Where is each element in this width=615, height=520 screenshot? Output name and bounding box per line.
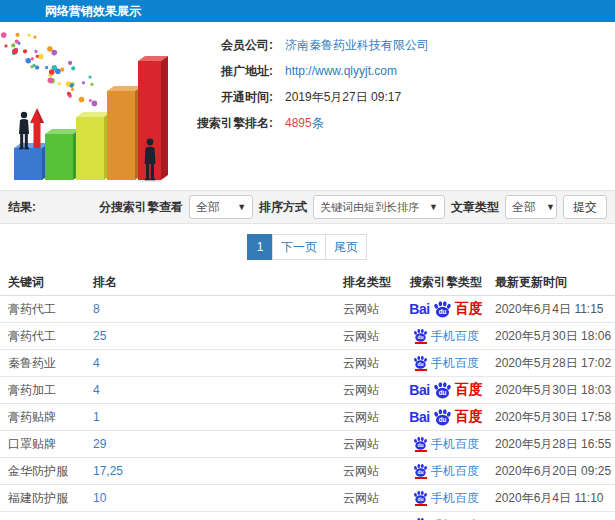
rank-link[interactable]: 8 xyxy=(93,302,100,316)
engine-filter-label: 分搜索引擎查看 xyxy=(99,199,183,216)
rank-unit: 条 xyxy=(312,116,324,130)
confetti-dots xyxy=(0,30,97,106)
table-row: 口罩贴牌 29 云网站 du手机百度 2020年5月28日 16:55 xyxy=(0,431,615,458)
rank-link[interactable]: 10 xyxy=(93,491,106,505)
keyword-cell: 口罩贴牌 xyxy=(0,436,85,453)
rank-type-cell: 云网站 xyxy=(335,463,405,480)
open-time-row: 开通时间: 2019年5月27日 09:17 xyxy=(178,90,615,104)
engine-cell: du手机百度 xyxy=(405,328,487,345)
svg-text:du: du xyxy=(438,308,446,315)
mobile-baidu-icon: du xyxy=(413,436,428,451)
engine-filter-select[interactable]: 全部 ▼ xyxy=(189,195,253,219)
header-rank: 排名 xyxy=(85,274,335,291)
company-info: 会员公司: 济南秦鲁药业科技有限公司 推广地址: http://www.qlyy… xyxy=(178,30,615,182)
table-row: 金华防护服 17,25 云网站 du手机百度 2020年6月20日 09:25 xyxy=(0,458,615,485)
baidu-red-underline xyxy=(415,342,427,344)
baidu-paw-icon: du xyxy=(433,381,452,399)
table-body: 膏药代工 8 云网站 Baidu百度 2020年6月4日 11:15 膏药代工 … xyxy=(0,296,615,520)
pagination: 1 下一页 尾页 xyxy=(0,224,615,270)
time-cell: 2020年5月28日 16:55 xyxy=(487,436,615,453)
svg-text:du: du xyxy=(417,470,423,476)
table-row: 秦鲁药业 4 云网站 du手机百度 2020年5月28日 17:02 xyxy=(0,350,615,377)
promo-url-row: 推广地址: http://www.qlyyjt.com xyxy=(178,64,615,78)
rank-link[interactable]: 4 xyxy=(93,383,100,397)
svg-text:du: du xyxy=(438,389,446,396)
baidu-logo-text: 百度 xyxy=(455,300,483,318)
sort-value: 关键词由短到长排序 xyxy=(320,200,419,215)
header-update-time: 最新更新时间 xyxy=(487,274,615,291)
baidu-paw-icon: du xyxy=(413,463,428,477)
rank-type-cell: 云网站 xyxy=(335,436,405,453)
page-1-button[interactable]: 1 xyxy=(247,234,273,260)
keyword-cell: 金华防护服 xyxy=(0,463,85,480)
engine-cell: du手机百度 xyxy=(405,490,487,507)
sort-label: 排序方式 xyxy=(259,199,307,216)
member-company-row: 会员公司: 济南秦鲁药业科技有限公司 xyxy=(178,38,615,52)
baidu-red-underline xyxy=(415,504,427,506)
svg-text:du: du xyxy=(417,443,423,449)
open-time-label: 开通时间: xyxy=(178,90,273,104)
baidu-paw-icon: du xyxy=(413,436,428,450)
submit-button[interactable]: 提交 xyxy=(563,195,607,219)
rank-link[interactable]: 4 xyxy=(93,356,100,370)
baidu-logo-bai: Bai xyxy=(409,409,429,425)
promo-url-label: 推广地址: xyxy=(178,64,273,78)
open-time-value: 2019年5月27日 09:17 xyxy=(285,90,401,104)
baidu-paw-icon: du xyxy=(413,328,428,342)
mobile-baidu-icon: du xyxy=(413,328,428,343)
engine-rank-row: 搜索引擎排名: 4895条 xyxy=(178,116,615,130)
engine-cell: Baidu百度 xyxy=(405,300,487,318)
engine-cell: du手机百度 xyxy=(405,355,487,372)
rank-type-cell: 云网站 xyxy=(335,301,405,318)
engine-cell: du手机百度 xyxy=(405,463,487,480)
rank-link[interactable]: 17,25 xyxy=(93,464,123,478)
article-type-value: 全部 xyxy=(512,199,536,216)
bar-orange xyxy=(107,86,142,180)
mobile-baidu-label: 手机百度 xyxy=(431,355,479,372)
keyword-cell: 秦鲁药业 xyxy=(0,355,85,372)
keyword-cell: 膏药贴牌 xyxy=(0,409,85,426)
keyword-cell: 膏药代工 xyxy=(0,301,85,318)
keyword-cell: 膏药代工 xyxy=(0,328,85,345)
rank-type-cell: 云网站 xyxy=(335,382,405,399)
article-type-select[interactable]: 全部 ▼ xyxy=(505,195,557,219)
keyword-cell: 膏药加工 xyxy=(0,382,85,399)
up-arrow xyxy=(30,108,44,148)
filter-bar: 结果: 分搜索引擎查看 全部 ▼ 排序方式 关键词由短到长排序 ▼ 文章类型 全… xyxy=(0,190,615,224)
page-title: 网络营销效果展示 xyxy=(0,0,615,22)
bar-yellow xyxy=(76,112,111,180)
engine-rank-label: 搜索引擎排名: xyxy=(178,116,273,130)
next-page-button[interactable]: 下一页 xyxy=(272,234,326,260)
engine-cell: du手机百度 xyxy=(405,436,487,453)
mobile-baidu-label: 手机百度 xyxy=(431,463,479,480)
engine-cell: Baidu百度 xyxy=(405,381,487,399)
rank-type-cell: 云网站 xyxy=(335,490,405,507)
article-type-label: 文章类型 xyxy=(451,199,499,216)
summary-section: 会员公司: 济南秦鲁药业科技有限公司 推广地址: http://www.qlyy… xyxy=(0,22,615,190)
member-company-link[interactable]: 济南秦鲁药业科技有限公司 xyxy=(285,38,429,52)
engine-cell: Baidu百度 xyxy=(405,408,487,426)
sort-select[interactable]: 关键词由短到长排序 ▼ xyxy=(313,195,445,219)
rank-link[interactable]: 25 xyxy=(93,329,106,343)
rank-type-cell: 云网站 xyxy=(335,355,405,372)
chevron-down-icon: ▼ xyxy=(546,202,555,212)
promo-url-link[interactable]: http://www.qlyyjt.com xyxy=(285,64,397,78)
time-cell: 2020年5月30日 18:03 xyxy=(487,382,615,399)
baidu-paw-icon: du xyxy=(413,490,428,504)
time-cell: 2020年6月20日 09:25 xyxy=(487,463,615,480)
member-company-label: 会员公司: xyxy=(178,38,273,52)
header-engine-type: 搜索引擎类型 xyxy=(405,274,487,291)
rank-link[interactable]: 29 xyxy=(93,437,106,451)
mobile-baidu-label: 手机百度 xyxy=(431,436,479,453)
baidu-logo-text: 百度 xyxy=(455,381,483,399)
chevron-down-icon: ▼ xyxy=(237,202,246,212)
svg-text:du: du xyxy=(417,335,423,341)
table-row: du手机百度 xyxy=(0,512,615,520)
last-page-button[interactable]: 尾页 xyxy=(325,234,367,260)
table-header-row: 关键词 排名 排名类型 搜索引擎类型 最新更新时间 xyxy=(0,270,615,296)
engine-filter-value: 全部 xyxy=(196,199,220,216)
bar-green xyxy=(45,129,80,180)
rank-link[interactable]: 1 xyxy=(93,410,100,424)
chevron-down-icon: ▼ xyxy=(429,202,438,212)
baidu-red-underline xyxy=(415,477,427,479)
